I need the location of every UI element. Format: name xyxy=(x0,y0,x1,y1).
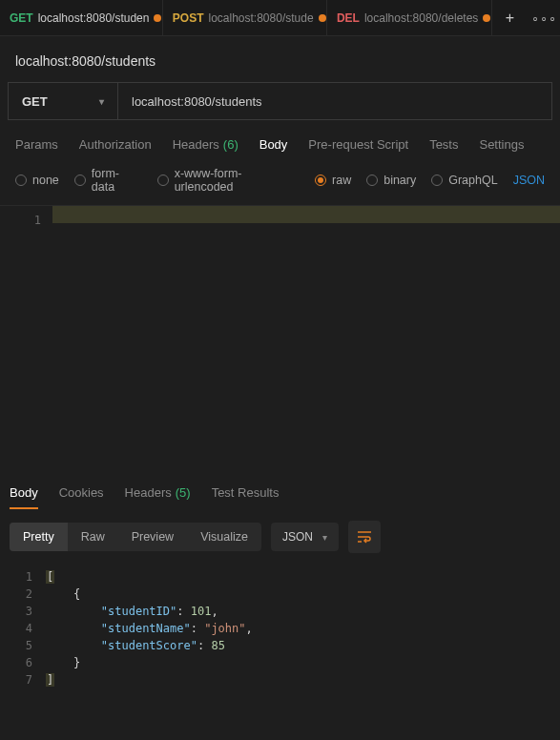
tab-headers[interactable]: Headers (6) xyxy=(173,137,239,152)
method-badge: GET xyxy=(10,11,33,25)
response-toolbar: Pretty Raw Preview Visualize JSON ▾ xyxy=(0,509,560,565)
tab-body[interactable]: Body xyxy=(259,137,288,152)
workspace-tabs: GET localhost:8080/studen POST localhost… xyxy=(0,0,560,36)
response-gutter: 1 2 3 4 5 6 7 xyxy=(0,568,46,689)
resp-headers-label: Headers xyxy=(125,485,172,502)
line-number: 1 xyxy=(0,568,32,586)
method-value: GET xyxy=(22,94,48,109)
radio-label: binary xyxy=(384,174,416,187)
tab-get-students[interactable]: GET localhost:8080/studen xyxy=(0,0,163,35)
body-format-link[interactable]: JSON xyxy=(513,174,545,187)
editor-gutter: 1 xyxy=(0,206,52,472)
method-badge: DEL xyxy=(337,11,360,25)
view-preview-button[interactable]: Preview xyxy=(118,523,187,551)
code-line: } xyxy=(46,654,253,671)
resp-tab-headers[interactable]: Headers (5) xyxy=(125,485,191,509)
tab-tests[interactable]: Tests xyxy=(429,137,458,152)
url-bar: GET ▾ localhost:8080/students xyxy=(8,82,552,120)
chevron-down-icon: ▾ xyxy=(99,96,104,107)
request-tabs: Params Authorization Headers (6) Body Pr… xyxy=(0,130,560,161)
headers-count: (6) xyxy=(223,137,239,152)
tab-label: localhost:8080/stude xyxy=(209,11,314,25)
code-line: "studentName": "john", xyxy=(46,620,253,637)
body-type-binary[interactable]: binary xyxy=(366,174,416,187)
unsaved-dot-icon xyxy=(154,14,161,22)
radio-label: raw xyxy=(332,174,351,187)
line-number: 2 xyxy=(0,586,32,603)
method-select[interactable]: GET ▾ xyxy=(9,83,118,119)
resp-headers-count: (5) xyxy=(176,485,191,502)
radio-icon xyxy=(15,175,27,186)
editor-line xyxy=(52,206,560,223)
line-number: 5 xyxy=(0,637,32,654)
tab-post-students[interactable]: POST localhost:8080/stude xyxy=(163,0,327,35)
tab-prerequest[interactable]: Pre-request Script xyxy=(308,137,408,152)
resp-tab-body[interactable]: Body xyxy=(10,485,38,509)
body-type-raw[interactable]: raw xyxy=(315,174,351,187)
unsaved-dot-icon xyxy=(319,14,326,22)
request-title: localhost:8080/students xyxy=(0,36,560,82)
view-visualize-button[interactable]: Visualize xyxy=(187,523,261,551)
response-code-lines: [ { "studentID": 101, "studentName": "jo… xyxy=(46,568,253,689)
tab-label: localhost:8080/deletes xyxy=(364,11,478,25)
code-line: ] xyxy=(46,671,253,689)
tab-delete-students[interactable]: DEL localhost:8080/deletes xyxy=(327,0,492,35)
editor-code-area[interactable] xyxy=(52,206,560,472)
view-pretty-button[interactable]: Pretty xyxy=(10,523,68,551)
more-icon: ∘∘∘ xyxy=(531,10,557,25)
format-value: JSON xyxy=(282,530,313,544)
body-type-none[interactable]: none xyxy=(15,174,59,187)
method-badge: POST xyxy=(173,11,204,25)
request-body-editor[interactable]: 1 xyxy=(0,205,560,472)
tab-label: localhost:8080/studen xyxy=(38,11,150,25)
line-number: 4 xyxy=(0,620,32,637)
code-line: "studentID": 101, xyxy=(46,603,253,620)
code-line: { xyxy=(46,586,253,603)
resp-tab-testresults[interactable]: Test Results xyxy=(212,485,280,509)
plus-icon: + xyxy=(506,10,514,27)
unsaved-dot-icon xyxy=(483,14,490,22)
radio-icon xyxy=(431,175,443,186)
wrap-lines-button[interactable] xyxy=(348,521,381,553)
radio-label: form-data xyxy=(92,167,142,194)
wrap-icon xyxy=(357,530,372,544)
line-number: 1 xyxy=(0,212,41,229)
body-type-formdata[interactable]: form-data xyxy=(74,167,142,194)
radio-label: GraphQL xyxy=(448,174,497,187)
view-mode-buttons: Pretty Raw Preview Visualize xyxy=(10,523,261,551)
body-type-urlencoded[interactable]: x-www-form-urlencoded xyxy=(157,167,300,194)
code-line: [ xyxy=(46,568,253,586)
url-value: localhost:8080/students xyxy=(132,94,262,109)
chevron-down-icon: ▾ xyxy=(322,532,327,543)
radio-label: x-www-form-urlencoded xyxy=(175,167,300,194)
radio-label: none xyxy=(32,174,59,187)
line-number: 6 xyxy=(0,654,32,671)
body-type-graphql[interactable]: GraphQL xyxy=(431,174,497,187)
line-number: 3 xyxy=(0,603,32,620)
view-raw-button[interactable]: Raw xyxy=(68,523,118,551)
code-line: "studentScore": 85 xyxy=(46,637,253,654)
tab-params[interactable]: Params xyxy=(15,137,58,152)
radio-icon xyxy=(315,175,326,186)
radio-icon xyxy=(74,175,86,186)
tab-settings[interactable]: Settings xyxy=(479,137,524,152)
response-tabs: Body Cookies Headers (5) Test Results xyxy=(0,472,560,509)
resp-tab-cookies[interactable]: Cookies xyxy=(59,485,104,509)
radio-icon xyxy=(366,175,378,186)
tab-authorization[interactable]: Authorization xyxy=(79,137,152,152)
line-number: 7 xyxy=(0,671,32,689)
radio-icon xyxy=(157,175,169,186)
new-tab-button[interactable]: + xyxy=(492,10,529,27)
tab-overflow-button[interactable]: ∘∘∘ xyxy=(528,10,560,25)
tab-headers-label: Headers xyxy=(173,137,219,152)
body-type-row: none form-data x-www-form-urlencoded raw… xyxy=(0,161,560,205)
response-body-viewer[interactable]: 1 2 3 4 5 6 7 [ { "studentID": 101, "stu… xyxy=(0,565,560,689)
url-input[interactable]: localhost:8080/students xyxy=(118,83,551,119)
response-format-select[interactable]: JSON ▾ xyxy=(271,523,339,551)
